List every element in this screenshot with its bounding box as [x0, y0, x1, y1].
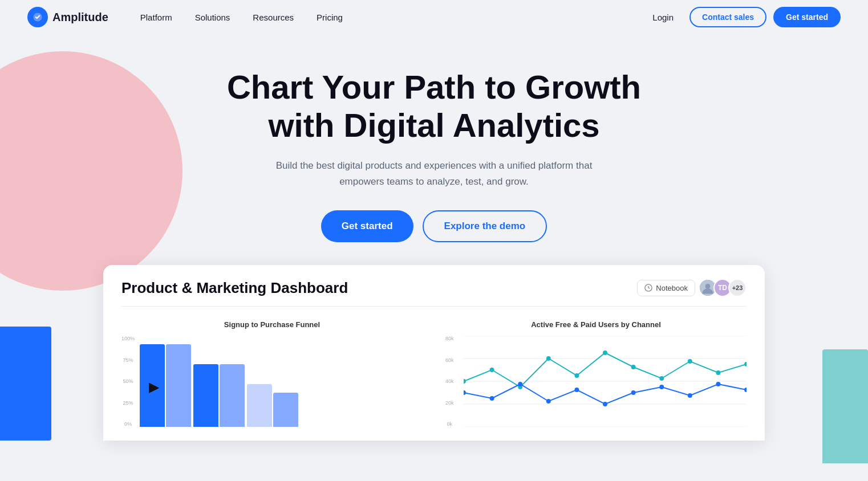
svg-point-13 — [603, 350, 607, 355]
login-button[interactable]: Login — [643, 8, 683, 27]
hero-teal-bar — [822, 349, 868, 463]
svg-point-25 — [631, 390, 636, 395]
svg-point-23 — [574, 388, 579, 392]
bar-3a — [247, 384, 272, 427]
contact-sales-button[interactable]: Contact sales — [689, 7, 766, 27]
line-chart-container: 80k 60k 40k 20k 0k — [445, 336, 747, 427]
svg-point-21 — [518, 382, 522, 386]
svg-point-24 — [603, 402, 607, 406]
bar-2a — [193, 364, 218, 427]
logo-text: Amplitude — [52, 11, 108, 24]
svg-point-28 — [716, 382, 720, 386]
avatar-group: TD +23 — [702, 279, 747, 297]
dashboard-actions: Notebook TD +23 — [637, 279, 747, 297]
svg-point-18 — [744, 362, 747, 366]
nav-pricing[interactable]: Pricing — [307, 8, 352, 27]
hero-subtitle: Build the best digital products and expe… — [263, 158, 605, 190]
svg-point-9 — [490, 368, 494, 372]
svg-point-14 — [631, 365, 636, 369]
nav-actions: Login Contact sales Get started — [643, 7, 841, 27]
line-chart-title: Active Free & Paid Users by Channel — [445, 320, 747, 329]
svg-point-11 — [546, 356, 551, 361]
funnel-chart-section: Signup to Purchase Funnel 100% 75% 50% 2… — [121, 320, 423, 427]
hero-content: Chart Your Path to Growth with Digital A… — [212, 68, 656, 242]
hero-get-started-button[interactable]: Get started — [321, 210, 413, 242]
logo-icon — [27, 7, 48, 27]
hero-bg-rect-blue — [0, 327, 51, 441]
bar-3b — [273, 393, 298, 427]
funnel-chart-title: Signup to Purchase Funnel — [121, 320, 423, 329]
bar-group-2 — [193, 364, 245, 427]
bar-group-1 — [140, 344, 191, 427]
nav-links: Platform Solutions Resources Pricing — [131, 8, 644, 27]
svg-point-12 — [574, 373, 579, 378]
avatar-count: +23 — [728, 279, 747, 297]
svg-point-22 — [546, 399, 551, 403]
line-y-axis: 80k 60k 40k 20k 0k — [445, 336, 454, 427]
bar-1b — [166, 344, 191, 427]
nav-platform[interactable]: Platform — [131, 8, 181, 27]
navbar: Amplitude Platform Solutions Resources P… — [0, 0, 868, 34]
svg-point-8 — [464, 379, 466, 384]
svg-point-15 — [659, 376, 664, 381]
dashboard-header: Product & Marketing Dashboard Notebook — [121, 279, 747, 307]
svg-point-27 — [688, 393, 692, 398]
hero-bg-circle — [0, 51, 182, 291]
nav-solutions[interactable]: Solutions — [186, 8, 240, 27]
nav-resources[interactable]: Resources — [244, 8, 303, 27]
bar-2b — [220, 364, 245, 427]
charts-area: Signup to Purchase Funnel 100% 75% 50% 2… — [121, 320, 747, 427]
notebook-label: Notebook — [656, 284, 688, 292]
cursor-icon: ▶ — [149, 379, 159, 395]
line-chart-section: Active Free & Paid Users by Channel 80k … — [445, 320, 747, 427]
svg-point-26 — [659, 385, 664, 389]
hero-section: Chart Your Path to Growth with Digital A… — [0, 34, 868, 463]
hero-explore-demo-button[interactable]: Explore the demo — [423, 210, 547, 242]
get-started-nav-button[interactable]: Get started — [773, 7, 841, 27]
hero-title: Chart Your Path to Growth with Digital A… — [212, 68, 656, 144]
svg-point-16 — [688, 359, 692, 364]
svg-point-19 — [464, 390, 466, 395]
funnel-y-axis: 100% 75% 50% 25% 0% — [121, 336, 135, 427]
svg-point-2 — [705, 284, 711, 289]
logo[interactable]: Amplitude — [27, 7, 108, 27]
dashboard-title: Product & Marketing Dashboard — [121, 279, 348, 297]
notebook-icon — [644, 284, 652, 292]
svg-point-29 — [744, 388, 747, 392]
dashboard-preview: Product & Marketing Dashboard Notebook — [103, 265, 765, 441]
svg-point-17 — [716, 370, 720, 375]
notebook-button[interactable]: Notebook — [637, 280, 695, 296]
svg-point-20 — [490, 396, 494, 401]
hero-buttons: Get started Explore the demo — [212, 210, 656, 242]
line-chart-svg — [464, 336, 747, 427]
bar-group-3 — [247, 384, 298, 427]
